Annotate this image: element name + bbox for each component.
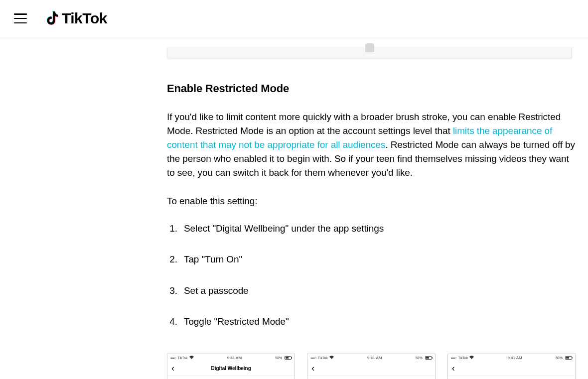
brand-name: TikTok xyxy=(62,10,107,27)
nav-title: Digital Wellbeing xyxy=(211,366,251,371)
paragraph-1: If you'd like to limit content more quic… xyxy=(167,110,576,180)
status-bar: ••••○ TikTok 9:41 AM 50% xyxy=(448,354,575,361)
battery-percent: 50% xyxy=(556,356,563,360)
article-content: Enable Restricted Mode If you'd like to … xyxy=(167,37,576,379)
status-time: 9:41 AM xyxy=(507,356,522,360)
carrier-name: TikTok xyxy=(458,356,468,360)
battery-percent: 50% xyxy=(275,356,282,360)
signal-dots: ••••○ xyxy=(451,356,457,360)
tiktok-logo[interactable]: TikTok xyxy=(47,10,107,27)
wifi-icon xyxy=(469,356,474,360)
nav-bar: ‹ Digital Wellbeing xyxy=(167,361,294,376)
nav-bar: ‹ xyxy=(448,361,575,376)
back-chevron-icon[interactable]: ‹ xyxy=(311,363,314,374)
step-item: Tap "Turn On" xyxy=(180,253,576,266)
battery-percent: 50% xyxy=(416,356,423,360)
wifi-icon xyxy=(189,356,194,360)
signal-dots: ••••○ xyxy=(310,356,316,360)
battery-icon xyxy=(424,356,432,360)
menu-button[interactable] xyxy=(14,13,27,23)
status-bar: ••••○ TikTok 9:41 AM 50% xyxy=(167,354,294,361)
steps-list: Select "Digital Wellbeing" under the app… xyxy=(167,222,576,329)
phone-screenshot-1: ••••○ TikTok 9:41 AM 50% ‹ Digital Wellb… xyxy=(167,354,295,379)
carrier-name: TikTok xyxy=(178,356,188,360)
status-time: 9:41 AM xyxy=(367,356,382,360)
nav-bar: ‹ xyxy=(307,361,435,376)
status-bar: ••••○ TikTok 9:41 AM 50% xyxy=(307,354,435,361)
phone-screenshot-3: ••••○ TikTok 9:41 AM 50% ‹ xyxy=(447,354,576,379)
tiktok-note-icon xyxy=(47,11,60,26)
status-time: 9:41 AM xyxy=(227,356,242,360)
section-heading: Enable Restricted Mode xyxy=(167,82,576,95)
phone-screenshots-row: ••••○ TikTok 9:41 AM 50% ‹ Digital Wellb… xyxy=(167,354,576,379)
back-chevron-icon[interactable]: ‹ xyxy=(171,363,174,374)
settings-row[interactable]: Screen Time Management Off › xyxy=(167,376,294,379)
battery-icon xyxy=(284,356,292,360)
previous-image-bottom xyxy=(167,47,572,58)
step-item: Toggle "Restricted Mode" xyxy=(180,315,576,329)
carrier-name: TikTok xyxy=(318,356,328,360)
battery-icon xyxy=(564,356,572,360)
wifi-icon xyxy=(329,356,334,360)
paragraph-2: To enable this setting: xyxy=(167,194,576,208)
step-item: Set a passcode xyxy=(180,284,576,298)
phone-screenshot-2: ••••○ TikTok 9:41 AM 50% ‹ xyxy=(307,354,435,379)
signal-dots: ••••○ xyxy=(170,356,176,360)
step-item: Select "Digital Wellbeing" under the app… xyxy=(180,222,576,236)
back-chevron-icon[interactable]: ‹ xyxy=(452,363,455,374)
